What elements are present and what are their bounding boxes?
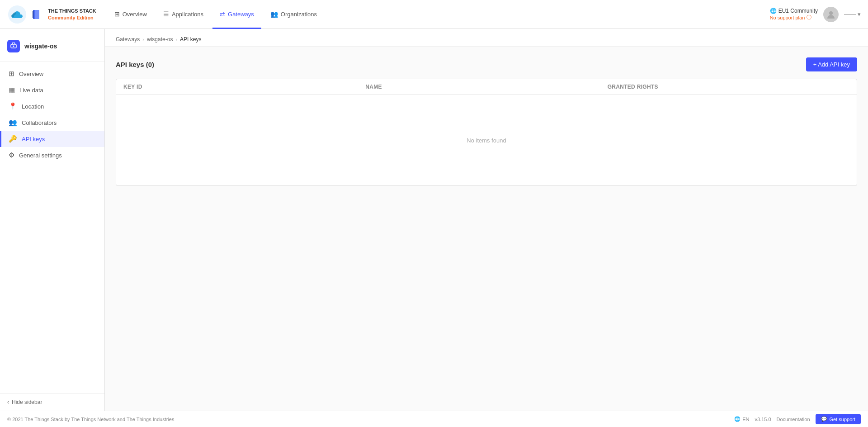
breadcrumb-current: API keys — [180, 36, 201, 43]
sidebar-item-api-keys[interactable]: 🔑 API keys — [0, 131, 104, 147]
sidebar-item-overview[interactable]: ⊞ Overview — [0, 66, 104, 82]
sidebar-item-collaborators[interactable]: 👥 Collaborators — [0, 114, 104, 131]
logo-text-area: THE THINGS STACK Community Edition — [32, 8, 96, 21]
avatar — [823, 7, 839, 22]
breadcrumb-sep-2: › — [175, 37, 177, 42]
section-title: API keys (0) — [116, 61, 154, 68]
footer-version: v3.15.0 — [755, 417, 771, 422]
footer: © 2021 The Things Stack by The Things Ne… — [0, 411, 868, 427]
nav-tab-gateways[interactable]: ⇄ Gateways — [212, 0, 261, 29]
live-data-icon: ▦ — [9, 86, 15, 94]
logo-book-icon — [32, 8, 44, 21]
sidebar-nav: ⊞ Overview ▦ Live data 📍 Location 👥 Coll… — [0, 62, 104, 393]
api-keys-table: Key ID Name Granted Rights No items foun… — [116, 79, 857, 186]
support-icon: 💬 — [821, 416, 827, 422]
nav-tab-organizations[interactable]: 👥 Organizations — [263, 0, 324, 29]
main-content: Gateways › wisgate-os › API keys API key… — [105, 29, 868, 411]
section-header: API keys (0) + Add API key — [116, 57, 857, 71]
breadcrumb-gateways[interactable]: Gateways — [116, 36, 140, 43]
breadcrumb-bar: Gateways › wisgate-os › API keys — [105, 29, 868, 47]
gateways-nav-icon: ⇄ — [220, 10, 225, 18]
breadcrumb-wisgate-os[interactable]: wisgate-os — [147, 36, 173, 43]
add-api-key-button[interactable]: + Add API key — [806, 57, 857, 71]
sidebar-item-location[interactable]: 📍 Location — [0, 98, 104, 114]
svg-rect-4 — [33, 11, 33, 18]
user-dropdown[interactable]: —— ▾ — [844, 11, 861, 18]
sidebar-item-general-settings[interactable]: ⚙ General settings — [0, 147, 104, 163]
svg-point-5 — [829, 11, 833, 15]
svg-point-7 — [13, 46, 14, 47]
api-keys-icon: 🔑 — [9, 135, 17, 143]
no-items-message: No items found — [448, 119, 524, 162]
nav-tab-applications[interactable]: ☰ Applications — [156, 0, 211, 29]
hide-sidebar-button[interactable]: ‹ Hide sidebar — [0, 393, 104, 411]
username-display: —— — [844, 11, 856, 18]
dropdown-chevron-icon: ▾ — [858, 11, 861, 18]
entity-icon — [7, 40, 20, 52]
collaborators-icon: 👥 — [9, 119, 17, 127]
table-header: Key ID Name Granted Rights — [116, 79, 857, 95]
get-support-button[interactable]: 💬 Get support — [816, 414, 861, 424]
col-granted-rights: Granted Rights — [608, 84, 849, 90]
globe-footer-icon: 🌐 — [734, 416, 741, 422]
help-icon: ⓘ — [807, 14, 811, 21]
nav-right: 🌐 EU1 Community No support plan ⓘ —— ▾ — [770, 7, 861, 22]
sidebar-header: wisgate-os — [0, 29, 104, 62]
chevron-left-icon: ‹ — [7, 399, 9, 405]
nav-tabs: ⊞ Overview ☰ Applications ⇄ Gateways 👥 O… — [107, 0, 324, 28]
top-navigation: THE THINGS STACK Community Edition ⊞ Ove… — [0, 0, 868, 29]
nav-tab-overview[interactable]: ⊞ Overview — [107, 0, 154, 29]
footer-lang[interactable]: 🌐 EN — [734, 416, 749, 422]
svg-rect-3 — [35, 10, 39, 19]
footer-docs-link[interactable]: Documentation — [777, 417, 810, 422]
col-name: Name — [365, 84, 607, 90]
col-key-id: Key ID — [123, 84, 365, 90]
sidebar: wisgate-os ⊞ Overview ▦ Live data 📍 Loca… — [0, 29, 105, 411]
entity-name: wisgate-os — [24, 43, 57, 50]
footer-right: 🌐 EN v3.15.0 Documentation 💬 Get support — [734, 414, 861, 424]
body-area: wisgate-os ⊞ Overview ▦ Live data 📍 Loca… — [0, 29, 868, 411]
breadcrumb: Gateways › wisgate-os › API keys — [116, 36, 857, 43]
logo-area: THE THINGS STACK Community Edition — [7, 5, 96, 24]
overview-nav-icon: ⊞ — [114, 10, 120, 18]
region-info: 🌐 EU1 Community No support plan ⓘ — [770, 8, 818, 21]
location-icon: 📍 — [9, 102, 17, 110]
organizations-nav-icon: 👥 — [270, 10, 278, 18]
applications-nav-icon: ☰ — [163, 10, 169, 18]
sidebar-item-live-data[interactable]: ▦ Live data — [0, 82, 104, 98]
ttn-logo-icon — [7, 5, 27, 24]
general-settings-icon: ⚙ — [9, 151, 14, 159]
sidebar-entity: wisgate-os — [7, 36, 97, 56]
content-area: API keys (0) + Add API key Key ID Name G… — [105, 47, 868, 197]
footer-copyright: © 2021 The Things Stack by The Things Ne… — [7, 417, 174, 422]
breadcrumb-sep-1: › — [142, 37, 144, 42]
table-body: No items found — [116, 95, 857, 185]
logo-text: THE THINGS STACK Community Edition — [48, 8, 96, 21]
overview-icon: ⊞ — [9, 70, 14, 78]
globe-icon: 🌐 — [770, 8, 777, 14]
region-label: 🌐 EU1 Community — [770, 8, 818, 14]
support-plan[interactable]: No support plan ⓘ — [770, 14, 818, 21]
